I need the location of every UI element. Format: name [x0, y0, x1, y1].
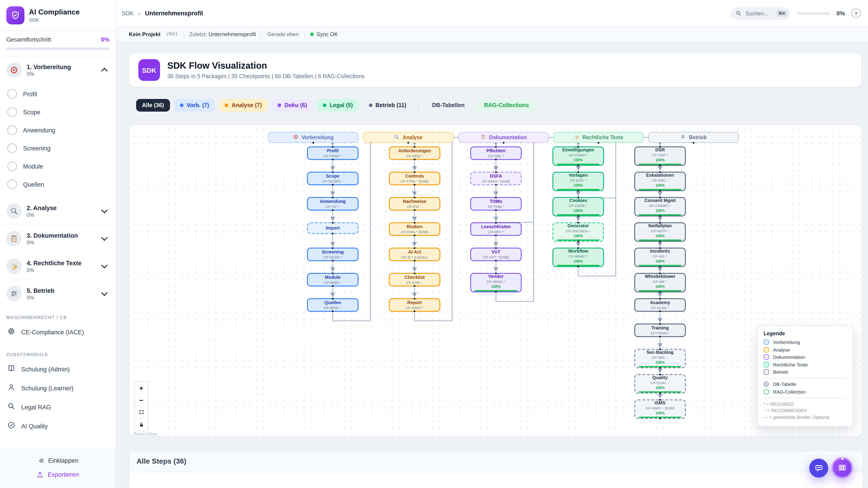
flow-canvas[interactable]: VorbereitungAnalyseDokumentationRechtlic…: [129, 124, 862, 437]
help-icon[interactable]: ?: [851, 8, 861, 18]
lock-button[interactable]: [135, 418, 147, 431]
node-code: CP-SCOPE *: [322, 180, 343, 184]
node-title: Notfallplan: [648, 223, 672, 228]
flow-node-workflow[interactable]: WorkflowCP-WRKF *100%: [553, 248, 604, 267]
node-title: TOMs: [490, 199, 502, 204]
flow-node-vorlagen[interactable]: VorlagenCP-DOC *100%: [553, 172, 604, 191]
collapse-sidebar-button[interactable]: Einklappen: [33, 454, 83, 468]
flow-node-scope[interactable]: ScopeCP-SCOPE *: [307, 172, 359, 185]
sync-ok-dot-icon: [310, 32, 314, 36]
section-texts: 4. Rechtliche Texte0%: [27, 260, 97, 273]
flow-node-checklist[interactable]: ChecklistCP-CHK ~: [389, 273, 440, 287]
package-header-dokumentation[interactable]: Dokumentation: [458, 132, 549, 143]
package-header-analyse[interactable]: Analyse: [363, 132, 454, 143]
flow-node-whistleblower[interactable]: WhistleblowerCP-WB *100%: [634, 273, 686, 292]
flow-node-profil[interactable]: ProfilCP-PROF *: [307, 147, 359, 160]
flow-node-sec-backlog[interactable]: Sec-BacklogCP-SEC ~100%: [634, 349, 686, 368]
sidebar-footer: Einklappen Exportieren: [0, 449, 116, 488]
sidebar-item-screening[interactable]: Screening: [0, 139, 116, 157]
flow-node-anforderungen[interactable]: AnforderungenCP-REQ *: [389, 147, 440, 160]
filter-chip-alle-36[interactable]: Alle (36): [136, 99, 170, 111]
legend-swatch-icon: [764, 362, 769, 367]
fit-view-button[interactable]: [135, 406, 147, 418]
node-title: Risiken: [406, 224, 423, 230]
filter-button-rag-collections[interactable]: RAG-Collections: [476, 99, 537, 111]
flow-node-training[interactable]: TrainingCP-TRAIN *: [634, 324, 686, 337]
clipboard-icon: [6, 231, 22, 246]
flow-node-dsr[interactable]: DSRCP-DSR *100%: [634, 147, 686, 166]
sidebar-section-4-rechtliche-texte[interactable]: 4. Rechtliche Texte0%: [0, 253, 116, 280]
node-progress-bar: [639, 163, 681, 165]
chip-dot-icon: [369, 103, 372, 107]
flow-node-toms[interactable]: TOMsCP-TOM *: [470, 197, 522, 210]
flow-node-vendor[interactable]: VendorCP-VEND *100%: [470, 273, 522, 292]
steps-list: [129, 472, 863, 488]
sidebar-section-3-dokumentation[interactable]: 3. Dokumentation0%: [0, 225, 116, 253]
sidebar-item-quellen[interactable]: Quellen: [0, 175, 116, 193]
flow-node-incidents[interactable]: IncidentsCP-INC *100%: [634, 248, 686, 267]
filter-chip-analyse-7[interactable]: Analyse (7): [219, 99, 268, 111]
flow-node-quellen[interactable]: QuellenCP-SPOL *: [307, 298, 359, 312]
flow-node-dsfa[interactable]: DSFACP-DSFA * [DSB]: [470, 172, 522, 185]
flow-node-cookies[interactable]: CookiesCP-COOK *100%: [553, 197, 604, 217]
flow-node-screening[interactable]: ScreeningCP-SCAN *: [307, 248, 359, 261]
filter-chip-betrieb-11[interactable]: Betrieb (11): [363, 99, 412, 111]
sidebar-item-schulung-admin[interactable]: Schulung (Admin): [0, 360, 116, 379]
flow-node-anwendung[interactable]: AnwendungCP-UC *: [307, 197, 359, 210]
flow-node-import[interactable]: Import: [307, 222, 359, 234]
flow-node-eskalationen[interactable]: EskalationenCP-ESC *100%: [634, 172, 686, 191]
legend-note: --- = gestrichelte Border: Optional: [764, 414, 847, 421]
export-button[interactable]: Exportieren: [32, 468, 84, 482]
flow-node-academy[interactable]: AcademyCP-ACAD *: [634, 298, 686, 312]
flow-node-nachweise[interactable]: NachweiseCP-EVI ~: [389, 197, 440, 210]
sidebar-item-ai-quality[interactable]: AI Quality: [0, 417, 116, 435]
node-title: Checklist: [405, 275, 425, 280]
breadcrumb-root[interactable]: SDK: [122, 10, 133, 17]
flow-node-isms[interactable]: ISMSCP-ISMS ~ [DSB]100%: [634, 399, 686, 419]
flow-node-loeschfristen[interactable]: LoeschfristenCP-RET *: [470, 222, 522, 236]
cpu-icon: [7, 327, 16, 337]
sidebar-section-1-vorbereitung[interactable]: 1. Vorbereitung0%: [0, 57, 116, 84]
node-progress-bar: [474, 290, 517, 291]
flow-node-generator[interactable]: GeneratorCP-DOCGEN ~100%: [553, 222, 604, 242]
legend-panel: Legende VorbereitungAnalyseDokumentation…: [757, 326, 853, 426]
flow-node-vvt[interactable]: VVTCP-VVT * [DSB]: [470, 248, 522, 261]
package-header-betrieb[interactable]: Betrieb: [648, 132, 739, 143]
filter-button-db-tabellen[interactable]: DB-Tabellen: [424, 99, 472, 111]
flow-node-report[interactable]: ReportCP-AREP *: [389, 298, 440, 312]
node-progress-bar: [639, 265, 681, 266]
flow-node-einwilligungen[interactable]: EinwilligungenCP-CONS *100%: [553, 147, 604, 166]
flow-node-notfallplan[interactable]: NotfallplanCP-NOTF *100%: [634, 222, 686, 242]
filter-chip-vorb-7[interactable]: Vorb. (7): [174, 99, 215, 111]
flow-node-pflichten[interactable]: PflichtenCP-OBL *: [470, 147, 522, 160]
sidebar-section-2-analyse[interactable]: 2. Analyse0%: [0, 197, 116, 225]
sidebar-item-ce-compliance-iace[interactable]: CE-Compliance (IACE): [0, 323, 116, 341]
sidebar-item-module[interactable]: Module: [0, 157, 116, 175]
flow-node-ai-act[interactable]: AI ActCP-AI * [LEGAL]: [389, 248, 440, 261]
node-progress-bar: [639, 366, 681, 367]
flow-node-module[interactable]: ModuleCP-MOD *: [307, 273, 359, 287]
node-progress-value: 100%: [574, 234, 583, 238]
node-title: VVT: [492, 250, 500, 255]
sidebar-item-label: Scope: [23, 109, 40, 116]
sidebar-item-anwendung[interactable]: Anwendung: [0, 121, 116, 139]
sidebar-item-scope[interactable]: Scope: [0, 103, 116, 121]
widgets-fab[interactable]: [832, 458, 852, 478]
search-input[interactable]: [745, 10, 773, 17]
chat-fab[interactable]: [809, 459, 828, 478]
search-box[interactable]: ⌘K: [731, 7, 790, 20]
flow-node-controls[interactable]: ControlsCP-CTRL * [DSB]: [389, 172, 440, 185]
sidebar-item-legal-rag[interactable]: Legal RAG: [0, 398, 116, 417]
flow-node-risiken[interactable]: RisikenCP-RISK * [DSB]: [389, 222, 440, 236]
flow-node-quality[interactable]: QualityCP-QUAL ~100%: [634, 374, 686, 394]
sidebar-item-profil[interactable]: Profil: [0, 85, 116, 103]
package-header-rechtliche-texte[interactable]: Rechtliche Texte: [553, 132, 644, 143]
zoom-out-button[interactable]: −: [135, 394, 147, 406]
sidebar-section-5-betrieb[interactable]: 5. Betrieb0%: [0, 280, 116, 308]
sidebar-item-schulung-learner[interactable]: Schulung (Learner): [0, 379, 116, 398]
flow-node-consent-mgmt[interactable]: Consent MgmtCP-CMGMT *100%: [634, 197, 686, 217]
filter-chip-legal-5[interactable]: Legal (5): [317, 99, 359, 111]
package-header-vorbereitung[interactable]: Vorbereitung: [268, 132, 359, 143]
filter-chip-doku-6[interactable]: Doku (6): [272, 99, 313, 111]
zoom-in-button[interactable]: +: [135, 382, 147, 394]
